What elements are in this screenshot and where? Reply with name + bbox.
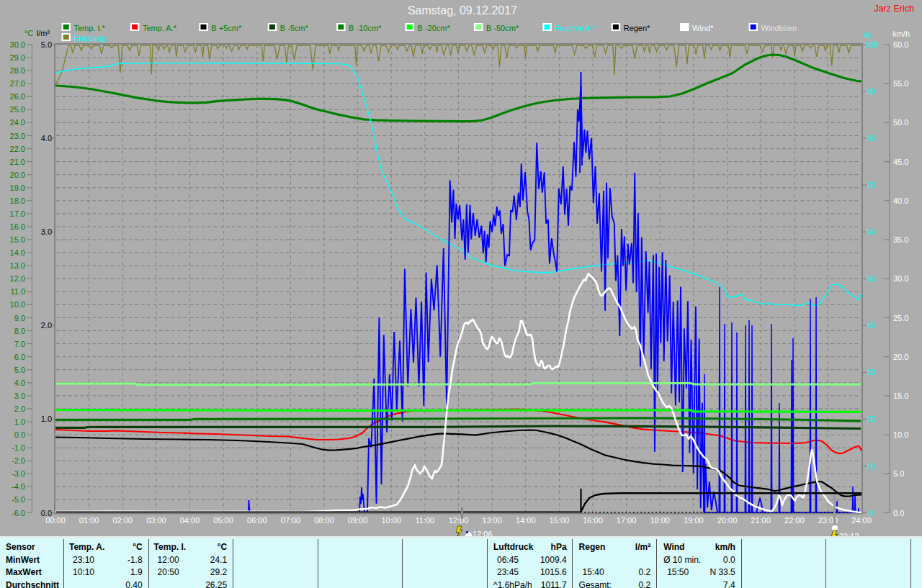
- svg-text:-6.0: -6.0: [12, 509, 25, 517]
- svg-text:40.0: 40.0: [893, 196, 908, 205]
- svg-text:11.0: 11.0: [10, 287, 25, 296]
- svg-text:11:00: 11:00: [416, 516, 435, 525]
- svg-text:13:00: 13:00: [482, 516, 502, 525]
- svg-text:l/m²: l/m²: [37, 29, 50, 37]
- svg-text:22.0: 22.0: [10, 145, 25, 153]
- svg-text:9.0: 9.0: [14, 314, 25, 322]
- svg-text:3.0: 3.0: [14, 392, 25, 400]
- svg-text:29.0: 29.0: [10, 53, 25, 62]
- svg-text:0.0: 0.0: [893, 509, 904, 517]
- svg-text:60: 60: [867, 227, 875, 236]
- svg-text:35.0: 35.0: [893, 235, 908, 244]
- svg-text:24.0: 24.0: [10, 118, 25, 127]
- svg-text:17:00: 17:00: [617, 516, 637, 525]
- svg-text:20.0: 20.0: [893, 353, 908, 361]
- svg-text:13.0: 13.0: [10, 261, 25, 270]
- svg-text:09:00: 09:00: [348, 516, 368, 525]
- svg-text:-5.0: -5.0: [12, 495, 25, 504]
- svg-text:25.0: 25.0: [10, 105, 25, 114]
- svg-text:05:00: 05:00: [213, 516, 233, 525]
- svg-text:-2.0: -2.0: [12, 456, 25, 465]
- svg-text:%: %: [864, 31, 871, 40]
- svg-text:90: 90: [867, 87, 875, 96]
- svg-text:06:00: 06:00: [247, 516, 267, 525]
- svg-text:16:00: 16:00: [583, 516, 603, 525]
- svg-text:18:00: 18:00: [650, 516, 670, 525]
- svg-text:10.0: 10.0: [10, 300, 25, 309]
- svg-text:5.0: 5.0: [14, 366, 25, 374]
- svg-text:04:00: 04:00: [180, 516, 200, 525]
- svg-text:Samstag, 09.12.2017: Samstag, 09.12.2017: [408, 4, 517, 17]
- svg-text:50.0: 50.0: [893, 118, 908, 127]
- svg-text:Temp. I.*: Temp. I.*: [74, 24, 106, 32]
- svg-text:2.0: 2.0: [41, 321, 52, 330]
- svg-text:6.0: 6.0: [14, 353, 25, 361]
- svg-text:°C: °C: [24, 29, 33, 37]
- svg-text:22:00: 22:00: [784, 516, 805, 525]
- svg-text:1.0: 1.0: [14, 417, 25, 426]
- svg-text:20: 20: [867, 415, 875, 423]
- svg-text:30.0: 30.0: [10, 40, 25, 49]
- svg-text:80: 80: [867, 134, 875, 143]
- svg-text:21:00: 21:00: [751, 516, 771, 525]
- svg-text:10:00: 10:00: [381, 516, 401, 525]
- svg-text:12.0: 12.0: [10, 274, 25, 283]
- svg-text:15.0: 15.0: [10, 235, 25, 244]
- svg-text:00:00: 00:00: [45, 516, 66, 525]
- svg-text:7.0: 7.0: [14, 340, 25, 348]
- svg-text:5.0: 5.0: [893, 469, 904, 478]
- svg-text:km/h: km/h: [892, 30, 910, 38]
- svg-text:8.0: 8.0: [14, 327, 25, 335]
- svg-text:3.0: 3.0: [41, 227, 52, 236]
- svg-text:4.0: 4.0: [14, 379, 25, 387]
- svg-text:70: 70: [867, 181, 875, 189]
- svg-text:B -10cm*: B -10cm*: [349, 24, 382, 32]
- svg-text:14:00: 14:00: [516, 516, 536, 525]
- svg-text:17.0: 17.0: [10, 209, 25, 218]
- svg-text:Regen*: Regen*: [624, 24, 650, 32]
- svg-text:2.0: 2.0: [14, 404, 25, 413]
- svg-text:23.0: 23.0: [10, 132, 25, 140]
- svg-text:28.0: 28.0: [10, 66, 25, 75]
- svg-text:02:00: 02:00: [112, 516, 133, 525]
- svg-text:60.0: 60.0: [893, 40, 908, 49]
- svg-text:19:00: 19:00: [684, 516, 704, 525]
- svg-text:10: 10: [867, 462, 875, 471]
- svg-text:45.0: 45.0: [893, 158, 908, 166]
- svg-text:4.0: 4.0: [41, 134, 52, 143]
- svg-text:20:00: 20:00: [717, 516, 738, 525]
- svg-text:21.0: 21.0: [10, 158, 25, 166]
- svg-text:B -5cm*: B -5cm*: [280, 24, 309, 32]
- svg-text:30: 30: [867, 368, 875, 376]
- svg-text:15.0: 15.0: [893, 392, 908, 400]
- svg-text:B -50cm*: B -50cm*: [486, 24, 519, 32]
- svg-text:1.0: 1.0: [41, 415, 52, 423]
- svg-text:50: 50: [867, 274, 875, 283]
- svg-text:15:00: 15:00: [550, 516, 570, 525]
- svg-text:14.0: 14.0: [10, 248, 25, 257]
- svg-text:19.0: 19.0: [10, 184, 25, 192]
- svg-text:Feuchte A.*: Feuchte A.*: [555, 24, 596, 32]
- svg-text:25.0: 25.0: [893, 314, 908, 322]
- svg-text:30.0: 30.0: [893, 274, 908, 283]
- svg-text:0.0: 0.0: [14, 430, 25, 439]
- svg-text:Temp. A.*: Temp. A.*: [143, 24, 177, 32]
- svg-text:Jarz Erich: Jarz Erich: [874, 4, 914, 14]
- svg-text:B -20cm*: B -20cm*: [418, 24, 451, 32]
- svg-text:07:00: 07:00: [281, 516, 301, 525]
- svg-text:26.0: 26.0: [10, 92, 25, 101]
- svg-text:B +5cm*: B +5cm*: [211, 24, 242, 32]
- svg-text:100: 100: [864, 40, 877, 49]
- svg-text:20.0: 20.0: [10, 171, 25, 179]
- svg-text:-1.0: -1.0: [12, 443, 25, 452]
- svg-text:55.0: 55.0: [893, 79, 908, 88]
- svg-text:-4.0: -4.0: [12, 482, 25, 491]
- svg-text:24:00: 24:00: [851, 516, 872, 525]
- svg-text:18.0: 18.0: [10, 196, 25, 205]
- svg-text:40: 40: [867, 321, 875, 330]
- svg-text:12:00: 12:00: [449, 516, 469, 525]
- svg-text:03:00: 03:00: [146, 516, 166, 525]
- svg-text:01:00: 01:00: [79, 516, 99, 525]
- svg-text:Empfang: Empfang: [74, 34, 106, 42]
- svg-text:08:00: 08:00: [314, 516, 334, 525]
